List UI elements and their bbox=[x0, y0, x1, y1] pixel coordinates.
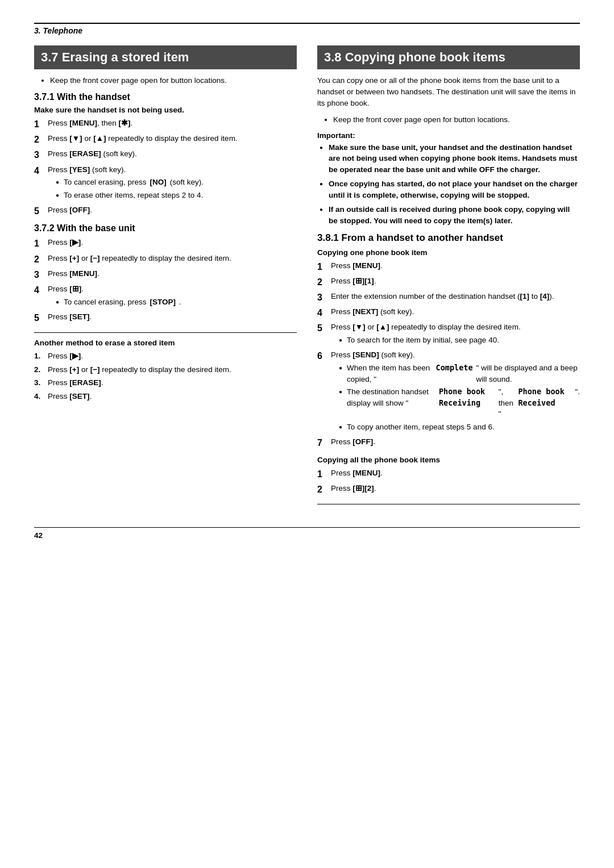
step-371-2: 2 Press [▼] or [▲] repeatedly to display… bbox=[34, 133, 297, 146]
chapter-section: 3. Telephone bbox=[34, 26, 580, 35]
important-bullets: Make sure the base unit, your handset an… bbox=[317, 142, 580, 227]
step-content: Press [OFF]. bbox=[331, 436, 580, 449]
col-right: 3.8 Copying phone book items You can cop… bbox=[317, 45, 580, 510]
step-num: 2. bbox=[34, 364, 44, 375]
step-num: 1 bbox=[317, 468, 327, 481]
step-content: Press [▶]. bbox=[48, 350, 297, 362]
two-column-layout: 3.7 Erasing a stored item Keep the front… bbox=[34, 45, 580, 510]
copy-one-steps: 1 Press [MENU]. 2 Press [⊞][1]. 3 Enter … bbox=[317, 260, 580, 450]
section-38-intro-bullet: Keep the front cover page open for butto… bbox=[317, 114, 580, 126]
step-372-4-bullets: To cancel erasing, press [STOP]. bbox=[48, 297, 297, 308]
step-372-2: 2 Press [+] or [−] repeatedly to display… bbox=[34, 253, 297, 266]
step-content: Press [MENU]. bbox=[48, 268, 297, 281]
sub-bullet: To copy another item, repeat steps 5 and… bbox=[339, 422, 580, 433]
copy-step-4: 4 Press [NEXT] (soft key). bbox=[317, 306, 580, 319]
step-num: 3 bbox=[34, 148, 44, 161]
alt-step-3: 3. Press [ERASE]. bbox=[34, 377, 297, 389]
step-num: 5 bbox=[34, 311, 44, 324]
important-bullet-2: Once copying has started, do not place y… bbox=[317, 178, 580, 201]
section-381-title: 3.8.1 From a handset to another handset bbox=[317, 232, 580, 244]
copy-one-label: Copying one phone book item bbox=[317, 248, 580, 257]
step-content: Press [▼] or [▲] repeatedly to display t… bbox=[48, 133, 297, 146]
step-371-4-bullets: To cancel erasing, press [NO] (soft key)… bbox=[48, 177, 297, 201]
step-content: Press [MENU]. bbox=[331, 260, 580, 273]
section-37-intro: Keep the front cover page open for butto… bbox=[34, 75, 297, 86]
section-38-title: 3.8 Copying phone book items bbox=[317, 45, 580, 69]
copy-step-7: 7 Press [OFF]. bbox=[317, 436, 580, 449]
sub-bullet: To cancel erasing, press [NO] (soft key)… bbox=[56, 177, 297, 188]
step-371-5: 5 Press [OFF]. bbox=[34, 205, 297, 218]
step-num: 5 bbox=[317, 322, 327, 347]
alt-step-1: 1. Press [▶]. bbox=[34, 350, 297, 362]
handset-note: Make sure the handset is not being used. bbox=[34, 106, 297, 114]
section-37-title: 3.7 Erasing a stored item bbox=[34, 45, 297, 69]
step-num: 2 bbox=[317, 276, 327, 289]
step-num: 1. bbox=[34, 350, 44, 362]
step-content: Press [SEND] (soft key). When the item h… bbox=[331, 349, 580, 434]
important-bullet-1: Make sure the base unit, your handset an… bbox=[317, 142, 580, 176]
section-372-title: 3.7.2 With the base unit bbox=[34, 223, 297, 233]
step-content: Press [⊞][1]. bbox=[331, 276, 580, 289]
alt-step-2: 2. Press [+] or [−] repeatedly to displa… bbox=[34, 364, 297, 375]
copy-all-label: Copying all the phone book items bbox=[317, 456, 580, 464]
divider bbox=[34, 332, 297, 333]
step-num: 2 bbox=[34, 253, 44, 266]
alt-method-title: Another method to erase a stored item bbox=[34, 339, 297, 347]
copy-step-2: 2 Press [⊞][1]. bbox=[317, 276, 580, 289]
section-371-title: 3.7.1 With the handset bbox=[34, 92, 297, 102]
page: 3. Telephone 3.7 Erasing a stored item K… bbox=[0, 0, 614, 868]
step-content: Press [MENU]. bbox=[331, 468, 580, 481]
intro-bullet: Keep the front cover page open for butto… bbox=[333, 114, 580, 126]
sub-bullet: To search for the item by initial, see p… bbox=[339, 335, 580, 346]
sub-bullet: To erase other items, repeat steps 2 to … bbox=[56, 190, 297, 201]
step-num: 2 bbox=[317, 483, 327, 496]
step-content: Press [+] or [−] repeatedly to display t… bbox=[48, 364, 297, 375]
copy-all-step-1: 1 Press [MENU]. bbox=[317, 468, 580, 481]
step-num: 4 bbox=[317, 306, 327, 319]
copy-all-step-2: 2 Press [⊞][2]. bbox=[317, 483, 580, 496]
step-num: 1 bbox=[34, 237, 44, 250]
step-content: Press [SET]. bbox=[48, 391, 297, 402]
top-rule bbox=[34, 23, 580, 24]
step-content: Press [+] or [−] repeatedly to display t… bbox=[48, 253, 297, 266]
step-num: 1 bbox=[317, 260, 327, 273]
step-num: 4. bbox=[34, 391, 44, 402]
step-num: 3 bbox=[317, 291, 327, 304]
sub-bullet: When the item has been copied, "Complete… bbox=[339, 362, 580, 385]
step-371-1: 1 Press [MENU], then [✱]. bbox=[34, 118, 297, 131]
step-content: Press [MENU], then [✱]. bbox=[48, 118, 297, 131]
important-label: Important: bbox=[317, 131, 580, 140]
sub-bullet: To cancel erasing, press [STOP]. bbox=[56, 297, 297, 308]
step-content: Press [▼] or [▲] repeatedly to display t… bbox=[331, 322, 580, 347]
step-content: Enter the extension number of the destin… bbox=[331, 291, 580, 304]
copy-step-6: 6 Press [SEND] (soft key). When the item… bbox=[317, 349, 580, 434]
copy-step-6-bullets: When the item has been copied, "Complete… bbox=[331, 362, 580, 432]
step-content: Press [▶]. bbox=[48, 237, 297, 250]
bottom-divider bbox=[317, 504, 580, 504]
copy-step-5: 5 Press [▼] or [▲] repeatedly to display… bbox=[317, 322, 580, 347]
step-num: 6 bbox=[317, 349, 327, 434]
step-371-3: 3 Press [ERASE] (soft key). bbox=[34, 148, 297, 161]
step-372-5: 5 Press [SET]. bbox=[34, 311, 297, 324]
step-num: 4 bbox=[34, 164, 44, 203]
copy-step-1: 1 Press [MENU]. bbox=[317, 260, 580, 273]
step-371-4: 4 Press [YES] (soft key). To cancel eras… bbox=[34, 164, 297, 203]
step-num: 7 bbox=[317, 436, 327, 449]
step-num: 4 bbox=[34, 283, 44, 309]
copy-step-5-bullets: To search for the item by initial, see p… bbox=[331, 335, 580, 346]
step-content: Press [⊞][2]. bbox=[331, 483, 580, 496]
intro-bullet-1: Keep the front cover page open for butto… bbox=[50, 75, 297, 86]
step-num: 3 bbox=[34, 268, 44, 281]
step-372-1: 1 Press [▶]. bbox=[34, 237, 297, 250]
step-content: Press [ERASE]. bbox=[48, 377, 297, 389]
section-372-steps: 1 Press [▶]. 2 Press [+] or [−] repeated… bbox=[34, 237, 297, 324]
step-num: 2 bbox=[34, 133, 44, 146]
section-371-steps: 1 Press [MENU], then [✱]. 2 Press [▼] or… bbox=[34, 118, 297, 218]
step-num: 1 bbox=[34, 118, 44, 131]
section-38-intro: You can copy one or all of the phone boo… bbox=[317, 75, 580, 108]
page-number: 42 bbox=[34, 527, 580, 540]
copy-step-3: 3 Enter the extension number of the dest… bbox=[317, 291, 580, 304]
sub-bullet: The destination handset display will sho… bbox=[339, 386, 580, 420]
step-content: Press [ERASE] (soft key). bbox=[48, 148, 297, 161]
step-372-3: 3 Press [MENU]. bbox=[34, 268, 297, 281]
